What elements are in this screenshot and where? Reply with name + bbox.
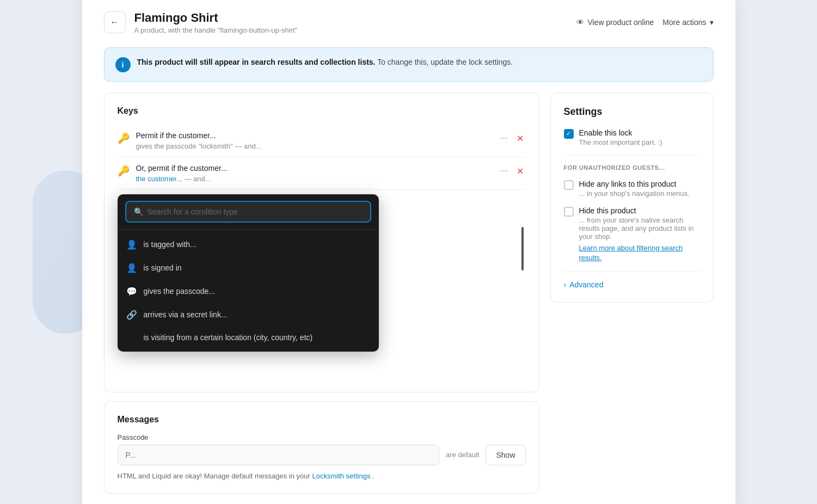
more-actions-button[interactable]: More actions ▾ bbox=[662, 18, 713, 27]
dropdown-item[interactable]: 👤 is tagged with... bbox=[118, 233, 379, 256]
settings-title: Settings bbox=[564, 106, 700, 118]
speech-bubble-icon: 💬 bbox=[126, 286, 137, 297]
key-subtitle-link[interactable]: the customer... bbox=[136, 175, 182, 183]
header-actions: 👁 View product online More actions ▾ bbox=[576, 18, 713, 27]
search-dropdown: 🔍 👤 is tagged with... bbox=[118, 194, 379, 352]
view-product-button[interactable]: 👁 View product online bbox=[576, 18, 654, 27]
more-actions-label: More actions bbox=[662, 18, 706, 27]
dropdown-item[interactable]: 🔗 arrives via a secret link... bbox=[118, 303, 379, 327]
messages-title: Messages bbox=[118, 415, 526, 425]
hide-product-label-group: Hide this product ... from your store's … bbox=[579, 206, 700, 262]
hide-product-label: Hide this product bbox=[579, 206, 700, 215]
hide-links-label-group: Hide any links to this product ... in yo… bbox=[579, 180, 690, 198]
key-delete-button[interactable]: ✕ bbox=[514, 131, 526, 146]
eye-icon: 👁 bbox=[576, 18, 584, 27]
search-input-wrapper: 🔍 bbox=[118, 194, 379, 230]
key-more-button[interactable]: ··· bbox=[498, 131, 509, 145]
enable-lock-sub: The most important part. :) bbox=[579, 138, 662, 146]
dropdown-item-label: is signed in bbox=[144, 263, 182, 272]
key-subtitle-connector: — and... bbox=[235, 142, 261, 150]
search-input[interactable] bbox=[148, 207, 363, 216]
key-content: Or, permit if the customer... the custom… bbox=[136, 164, 492, 183]
messages-footer: HTML and Liquid are okay! Manage default… bbox=[118, 472, 526, 480]
hide-product-checkbox[interactable] bbox=[564, 207, 574, 217]
keys-bottom: + Add another key bbox=[118, 358, 526, 379]
info-icon: i bbox=[115, 57, 131, 72]
info-banner-text: This product will still appear in search… bbox=[137, 57, 513, 68]
person-icon: 👤 bbox=[126, 263, 137, 273]
key-subtitle: the customer... — and... bbox=[136, 175, 492, 183]
dropdown-wrapper: 🔍 👤 is tagged with... bbox=[118, 194, 526, 352]
dropdown-container: 🔍 👤 is tagged with... bbox=[118, 194, 526, 352]
dropdown-item[interactable]: is visiting from a certain location (cit… bbox=[118, 327, 379, 348]
messages-section: Messages Passcode are default Show HTML … bbox=[104, 401, 539, 494]
dropdown-item-label: arrives via a secret link... bbox=[144, 310, 228, 319]
info-banner-bold: This product will still appear in search… bbox=[137, 58, 376, 66]
dropdown-items: 👤 is tagged with... 👤 is signed in 💬 bbox=[118, 230, 379, 352]
dropdown-item-label: gives the passcode... bbox=[144, 287, 216, 296]
side-panel: Settings ✓ Enable this lock The most imp… bbox=[550, 93, 714, 494]
main-panel: Keys 🔑 Permit if the customer... gives t… bbox=[104, 93, 539, 494]
enable-lock-row: ✓ Enable this lock The most important pa… bbox=[564, 128, 700, 146]
header-title-group: Flamingo Shirt A product, with the handl… bbox=[134, 11, 298, 34]
key-actions: ··· ✕ bbox=[498, 164, 525, 179]
hide-product-row: Hide this product ... from your store's … bbox=[564, 206, 700, 262]
hide-product-sub: ... from your store's native search resu… bbox=[579, 216, 700, 241]
dropdown-item-label: is tagged with... bbox=[144, 240, 196, 249]
key-delete-button[interactable]: ✕ bbox=[514, 164, 526, 179]
key-content: Permit if the customer... gives the pass… bbox=[136, 131, 492, 150]
key-subtitle: gives the passcode "locksmith" — and... bbox=[136, 142, 492, 150]
locksmith-settings-link[interactable]: Locksmith settings bbox=[312, 472, 370, 480]
add-key-area: + Add another key bbox=[443, 199, 525, 219]
view-product-label: View product online bbox=[587, 18, 654, 27]
page-subtitle: A product, with the handle "flamingo-but… bbox=[134, 26, 298, 34]
divider bbox=[564, 155, 700, 156]
learn-more-link[interactable]: Learn more about filtering search result… bbox=[579, 244, 683, 262]
enable-lock-checkbox[interactable]: ✓ bbox=[564, 129, 574, 139]
info-banner: i This product will still appear in sear… bbox=[104, 47, 714, 82]
chevron-down-icon: ▾ bbox=[710, 18, 714, 27]
unauthorized-section-label: For unauthorized guests... bbox=[564, 164, 700, 171]
footer-end: . bbox=[372, 472, 374, 480]
key-icon: 🔑 bbox=[118, 165, 130, 177]
header-left: ← Flamingo Shirt A product, with the han… bbox=[104, 11, 298, 34]
dropdown-item[interactable]: 💬 gives the passcode... bbox=[118, 280, 379, 303]
chevron-right-icon: › bbox=[564, 280, 567, 289]
settings-card: Settings ✓ Enable this lock The most imp… bbox=[550, 93, 714, 303]
spacer bbox=[118, 358, 437, 379]
key-row: 🔑 Or, permit if the customer... the cust… bbox=[118, 157, 526, 190]
key-actions: ··· ✕ bbox=[498, 131, 525, 146]
info-banner-normal: To change this, update the lock settings… bbox=[377, 58, 513, 66]
key-more-button[interactable]: ··· bbox=[498, 164, 509, 178]
link-icon: 🔗 bbox=[126, 310, 137, 320]
keys-section: Keys 🔑 Permit if the customer... gives t… bbox=[104, 93, 539, 392]
passcode-field-row: are default Show bbox=[118, 445, 526, 465]
advanced-link[interactable]: › Advanced bbox=[564, 280, 700, 289]
search-icon: 🔍 bbox=[134, 207, 143, 216]
back-button[interactable]: ← bbox=[104, 11, 126, 33]
page-wrapper: ← Flamingo Shirt A product, with the han… bbox=[0, 0, 817, 504]
hide-links-row: Hide any links to this product ... in yo… bbox=[564, 180, 700, 198]
key-title: Or, permit if the customer... bbox=[136, 164, 492, 173]
hide-links-checkbox[interactable] bbox=[564, 180, 574, 190]
show-button[interactable]: Show bbox=[486, 445, 525, 465]
content-layout: Keys 🔑 Permit if the customer... gives t… bbox=[104, 93, 714, 494]
dropdown-item-label: is visiting from a certain location (cit… bbox=[144, 333, 313, 342]
hide-links-label: Hide any links to this product bbox=[579, 180, 690, 188]
dropdown-item[interactable]: 👤 is signed in bbox=[118, 256, 379, 280]
key-subtitle-connector: — and... bbox=[184, 175, 211, 183]
key-row: 🔑 Permit if the customer... gives the pa… bbox=[118, 125, 526, 157]
passcode-input[interactable] bbox=[118, 445, 440, 465]
key-icon: 🔑 bbox=[118, 132, 130, 144]
header: ← Flamingo Shirt A product, with the han… bbox=[104, 11, 714, 34]
enable-lock-label: Enable this lock bbox=[579, 128, 662, 137]
keys-title: Keys bbox=[118, 106, 526, 116]
passcode-label: Passcode bbox=[118, 433, 526, 441]
enable-lock-label-group: Enable this lock The most important part… bbox=[579, 128, 662, 146]
key-subtitle-muted: gives the passcode "locksmith" bbox=[136, 142, 233, 150]
footer-text: HTML and Liquid are okay! Manage default… bbox=[118, 472, 312, 480]
advanced-label: Advanced bbox=[569, 280, 603, 289]
hide-links-sub: ... in your shop's navigation menus. bbox=[579, 189, 690, 198]
page-title: Flamingo Shirt bbox=[134, 11, 298, 25]
key-title: Permit if the customer... bbox=[136, 131, 492, 140]
